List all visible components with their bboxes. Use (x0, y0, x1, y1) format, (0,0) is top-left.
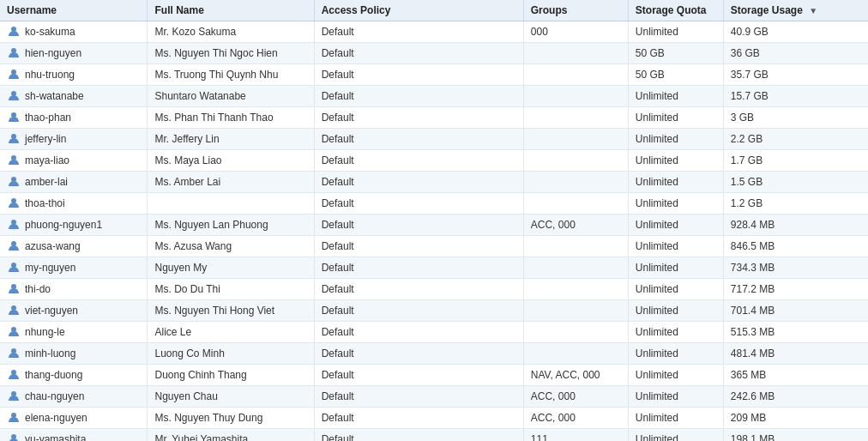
user-icon (7, 154, 21, 167)
cell-fullname (148, 193, 314, 214)
username-text: yu-yamashita (25, 433, 86, 441)
table-row: azusa-wang Ms. Azusa WangDefaultUnlimite… (0, 236, 868, 257)
username-text: nhu-truong (25, 69, 75, 81)
table-row: thao-phan Ms. Phan Thi Thanh ThaoDefault… (0, 107, 868, 129)
cell-fullname: Ms. Amber Lai (148, 172, 314, 193)
cell-groups: 000 (523, 21, 628, 43)
cell-username: thang-duong (0, 365, 148, 386)
username-text: thao-phan (25, 112, 71, 124)
user-icon (7, 46, 21, 60)
col-header-username[interactable]: Username (0, 0, 148, 21)
username-text: jeffery-lin (25, 133, 66, 145)
cell-username: thi-do (0, 279, 148, 300)
cell-policy: Default (314, 257, 523, 279)
user-icon (7, 304, 21, 317)
username-text: azusa-wang (25, 240, 81, 252)
cell-username: sh-watanabe (0, 86, 148, 107)
username-text: maya-liao (25, 154, 69, 166)
cell-fullname: Ms. Nguyen Thuy Dung (148, 408, 314, 429)
cell-quota: Unlimited (628, 365, 723, 386)
cell-username: ko-sakuma (0, 21, 148, 43)
cell-groups (523, 86, 628, 107)
cell-usage: 701.4 MB (723, 300, 868, 322)
cell-usage: 35.7 GB (723, 64, 868, 86)
user-icon (7, 432, 21, 441)
col-header-fullname[interactable]: Full Name (148, 0, 314, 21)
cell-usage: 1.7 GB (723, 150, 868, 172)
user-icon (7, 196, 21, 210)
cell-usage: 209 MB (723, 408, 868, 429)
cell-policy: Default (314, 129, 523, 150)
cell-fullname: Ms. Phan Thi Thanh Thao (148, 107, 314, 129)
user-table-container: Username Full Name Access Policy Groups … (0, 0, 868, 441)
col-header-policy[interactable]: Access Policy (314, 0, 523, 21)
cell-fullname: Ms. Nguyen Lan Phuong (148, 214, 314, 236)
cell-usage: 198.1 MB (723, 429, 868, 442)
cell-groups (523, 257, 628, 279)
cell-policy: Default (314, 279, 523, 300)
cell-policy: Default (314, 21, 523, 43)
cell-username: my-nguyen (0, 257, 148, 279)
username-text: nhung-le (25, 326, 65, 338)
username-text: thi-do (25, 283, 51, 295)
table-row: thi-do Ms. Do Du ThiDefaultUnlimited717.… (0, 279, 868, 300)
username-text: my-nguyen (25, 262, 75, 274)
cell-usage: 2.2 GB (723, 129, 868, 150)
cell-usage: 365 MB (723, 365, 868, 386)
cell-fullname: Mr. Jeffery Lin (148, 129, 314, 150)
cell-usage: 928.4 MB (723, 214, 868, 236)
user-icon (7, 25, 21, 39)
table-row: sh-watanabe Shuntaro WatanabeDefaultUnli… (0, 86, 868, 107)
sort-desc-icon: ▼ (809, 6, 817, 15)
cell-groups (523, 64, 628, 86)
username-text: hien-nguyen (25, 47, 81, 59)
table-row: chau-nguyen Nguyen ChauDefaultACC, 000Un… (0, 386, 868, 408)
table-row: ko-sakuma Mr. Kozo SakumaDefault000Unlim… (0, 21, 868, 43)
cell-quota: 50 GB (628, 64, 723, 86)
cell-policy: Default (314, 386, 523, 408)
username-text: minh-luong (25, 347, 75, 359)
cell-username: thoa-thoi (0, 193, 148, 214)
table-row: thang-duong Duong Chinh ThangDefaultNAV,… (0, 365, 868, 386)
user-icon (7, 411, 21, 425)
table-row: jeffery-lin Mr. Jeffery LinDefaultUnlimi… (0, 129, 868, 150)
table-row: minh-luong Luong Co MinhDefaultUnlimited… (0, 343, 868, 365)
table-row: viet-nguyen Ms. Nguyen Thi Hong VietDefa… (0, 300, 868, 322)
cell-policy: Default (314, 408, 523, 429)
cell-fullname: Alice Le (148, 322, 314, 343)
cell-fullname: Ms. Maya Liao (148, 150, 314, 172)
user-icon (7, 368, 21, 382)
username-text: ko-sakuma (25, 26, 75, 38)
cell-fullname: Ms. Truong Thi Quynh Nhu (148, 64, 314, 86)
user-icon (7, 282, 21, 296)
cell-groups: NAV, ACC, 000 (523, 365, 628, 386)
user-icon (7, 175, 21, 189)
cell-policy: Default (314, 300, 523, 322)
col-header-quota[interactable]: Storage Quota (628, 0, 723, 21)
cell-username: elena-nguyen (0, 408, 148, 429)
cell-username: hien-nguyen (0, 43, 148, 64)
col-header-groups[interactable]: Groups (523, 0, 628, 21)
cell-usage: 515.3 MB (723, 322, 868, 343)
cell-policy: Default (314, 64, 523, 86)
cell-groups (523, 193, 628, 214)
cell-username: azusa-wang (0, 236, 148, 257)
col-header-usage[interactable]: Storage Usage ▼ (723, 0, 868, 21)
cell-fullname: Nguyen My (148, 257, 314, 279)
cell-policy: Default (314, 150, 523, 172)
cell-quota: Unlimited (628, 129, 723, 150)
cell-groups (523, 279, 628, 300)
user-icon (7, 89, 21, 103)
cell-usage: 1.5 GB (723, 172, 868, 193)
user-icon (7, 239, 21, 253)
cell-policy: Default (314, 172, 523, 193)
cell-fullname: Shuntaro Watanabe (148, 86, 314, 107)
cell-username: viet-nguyen (0, 300, 148, 322)
cell-username: minh-luong (0, 343, 148, 365)
user-icon (7, 68, 21, 82)
cell-usage: 3 GB (723, 107, 868, 129)
cell-usage: 36 GB (723, 43, 868, 64)
cell-groups: ACC, 000 (523, 386, 628, 408)
cell-fullname: Mr. Kozo Sakuma (148, 21, 314, 43)
cell-fullname: Nguyen Chau (148, 386, 314, 408)
